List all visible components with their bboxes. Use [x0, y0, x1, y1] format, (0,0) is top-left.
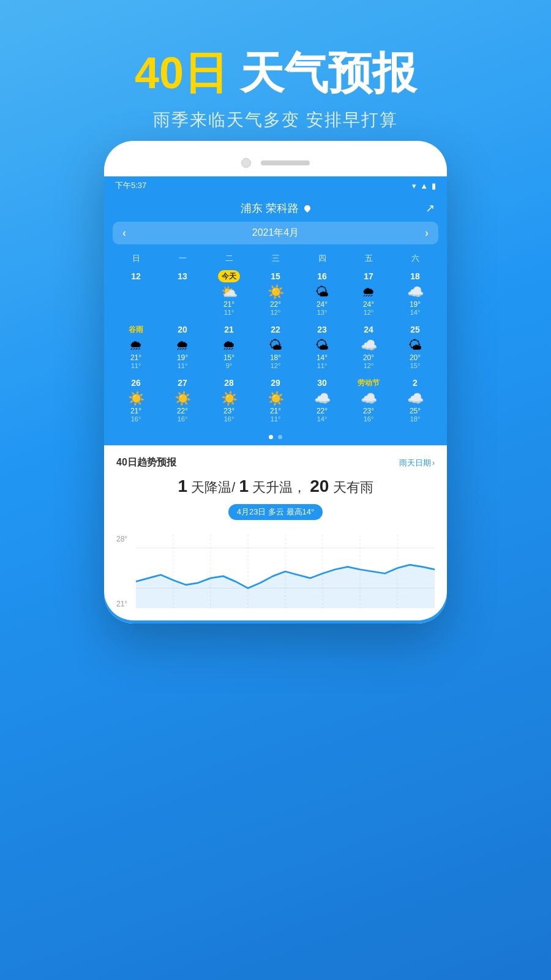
day-num-23: 23: [317, 323, 327, 336]
temp-high-today: 21°: [223, 300, 234, 309]
day-cell-13: 13: [159, 268, 206, 318]
weather-icon-29: ☀️: [268, 392, 284, 405]
day-cell-25[interactable]: 25 🌤 20° 15°: [392, 321, 438, 372]
trend-text1: 天降温/: [191, 480, 235, 495]
trend-tag: 4月23日 多云 最高14°: [228, 504, 323, 520]
hero-title-yellow: 40日: [135, 48, 228, 97]
day-cell-17[interactable]: 17 🌧 24° 12°: [345, 268, 392, 318]
temp-high-18: 19°: [410, 300, 421, 309]
day-cell-23[interactable]: 23 🌤 14° 11°: [299, 321, 345, 372]
calendar-grid: 日 一 二 三 四 五 六 12 13 今天 ⛅ 21°: [104, 244, 447, 430]
temp-low-29: 11°: [271, 415, 281, 423]
day-num-guyu: 谷雨: [129, 323, 143, 336]
day-cell-28[interactable]: 28 ☀️ 23° 16°: [206, 374, 252, 425]
temp-high-15: 22°: [270, 300, 281, 309]
trend-link-text: 雨天日期: [399, 458, 431, 469]
day-num-17: 17: [364, 270, 373, 282]
hero-subtitle: 雨季来临天气多变 安排早打算: [0, 108, 551, 132]
day-cell-20[interactable]: 20 🌧 19° 11°: [159, 321, 206, 372]
temp-low-27: 16°: [178, 415, 188, 423]
trend-header: 40日趋势预报 雨天日期 ›: [116, 456, 435, 469]
trend-link-arrow: ›: [432, 458, 435, 467]
day-cell-21[interactable]: 21 🌧 15° 9°: [206, 321, 252, 372]
weather-icon-21: 🌧: [222, 339, 236, 352]
temp-low-17: 12°: [364, 309, 374, 316]
day-num-28: 28: [224, 377, 234, 389]
day-cell-labordday[interactable]: 劳动节 ☁️ 23° 16°: [345, 374, 392, 425]
day-num-29: 29: [271, 377, 280, 389]
calendar-nav: ‹ 2021年4月 ›: [113, 222, 438, 244]
day-num-16: 16: [317, 270, 327, 282]
day-cell-18[interactable]: 18 ☁️ 19° 14°: [392, 268, 438, 318]
day-cell-30[interactable]: 30 ☁️ 22° 14°: [299, 374, 345, 425]
trend-link[interactable]: 雨天日期 ›: [399, 458, 435, 469]
day-headers: 日 一 二 三 四 五 六: [113, 249, 438, 268]
day-num-25: 25: [410, 323, 420, 336]
location-name: 浦东 荣科路: [241, 201, 299, 216]
temp-high-28: 23°: [223, 407, 234, 415]
temp-high-22: 18°: [270, 353, 281, 362]
next-month-button[interactable]: ›: [425, 227, 429, 239]
weather-icon-20: 🌧: [176, 339, 189, 352]
phone-frame: 下午5:37 ▾ ▲ ▮ 浦东 荣科路 ↗ ‹ 2021年4月 › 日: [104, 141, 447, 624]
temp-high-laborday: 23°: [363, 407, 374, 415]
day-cell-16[interactable]: 16 🌤 24° 13°: [299, 268, 345, 318]
weather-icon-laborday: ☁️: [361, 392, 377, 405]
header-tue: 二: [206, 253, 252, 264]
weather-icon-18: ☁️: [407, 285, 424, 299]
day-cell-guyu[interactable]: 谷雨 🌧 21° 11°: [113, 321, 159, 372]
temp-high-23: 14°: [317, 353, 328, 362]
weather-icon-22: 🌤: [269, 339, 282, 352]
temp-low-18: 14°: [410, 309, 421, 316]
dot-1: [269, 435, 273, 439]
header-wed: 三: [252, 253, 299, 264]
header-mon: 一: [159, 253, 206, 264]
temp-low-30: 14°: [317, 415, 328, 423]
day-cell-24[interactable]: 24 ☁️ 20° 12°: [345, 321, 392, 372]
temp-low-28: 16°: [224, 415, 234, 423]
trend-text2: 天升温，: [252, 480, 306, 495]
day-num-laborday: 劳动节: [358, 377, 380, 389]
location-pin-icon: [302, 204, 311, 213]
wifi-icon: ▾: [412, 181, 416, 190]
trend-chart: 28° 21°: [116, 535, 435, 608]
day-cell-26[interactable]: 26 ☀️ 21° 16°: [113, 374, 159, 425]
temp-high-26: 21°: [130, 407, 141, 415]
week-row-1: 12 13 今天 ⛅ 21° 11° 15 ☀️ 22° 12°: [113, 268, 438, 318]
header-sat: 六: [392, 253, 438, 264]
temp-high-20: 19°: [177, 353, 188, 362]
chart-svg: [136, 535, 435, 608]
temp-low-today: 11°: [224, 309, 234, 316]
trend-bold2: 1: [239, 477, 249, 496]
day-num-26: 26: [131, 377, 141, 389]
share-button[interactable]: ↗: [425, 202, 435, 215]
header-fri: 五: [345, 253, 392, 264]
phone-speaker: [261, 160, 310, 165]
temp-low-laborday: 16°: [364, 415, 374, 423]
temp-high-guyu: 21°: [130, 353, 141, 362]
trend-title: 40日趋势预报: [116, 456, 176, 469]
temp-low-22: 12°: [271, 362, 281, 369]
y-label-28: 28°: [116, 535, 127, 543]
day-cell-22[interactable]: 22 🌤 18° 12°: [252, 321, 299, 372]
weather-icon-2: ☁️: [407, 392, 424, 405]
hero-section: 40日 天气预报 雨季来临天气多变 安排早打算: [0, 0, 551, 132]
weather-icon-26: ☀️: [128, 392, 144, 405]
day-num-30: 30: [317, 377, 327, 389]
day-cell-today[interactable]: 今天 ⛅ 21° 11°: [206, 268, 252, 318]
day-num-21: 21: [224, 323, 234, 336]
weather-icon-30: ☁️: [314, 392, 331, 405]
prev-month-button[interactable]: ‹: [122, 227, 126, 239]
day-cell-2[interactable]: 2 ☁️ 25° 18°: [392, 374, 438, 425]
temp-high-17: 24°: [363, 300, 374, 309]
day-num-15: 15: [271, 270, 280, 282]
app-content: 浦东 荣科路 ↗ ‹ 2021年4月 › 日 一 二 三 四 五 六: [104, 195, 447, 624]
day-cell-27[interactable]: 27 ☀️ 22° 16°: [159, 374, 206, 425]
day-cell-15[interactable]: 15 ☀️ 22° 12°: [252, 268, 299, 318]
weather-icon-17: 🌧: [362, 285, 375, 299]
temp-high-2: 25°: [410, 407, 421, 415]
day-cell-29[interactable]: 29 ☀️ 21° 11°: [252, 374, 299, 425]
day-cell-12: 12: [113, 268, 159, 318]
day-num-24: 24: [364, 323, 373, 336]
weather-icon-15: ☀️: [268, 285, 284, 299]
